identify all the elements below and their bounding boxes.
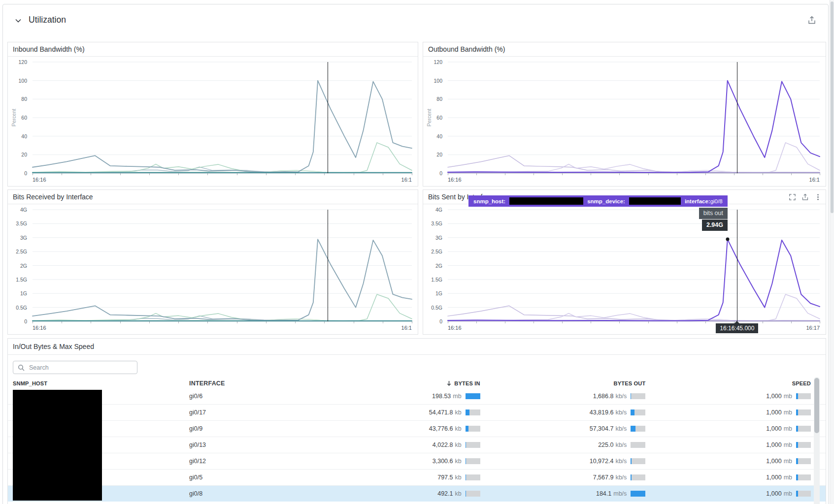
ratio-bar-fill: [796, 458, 798, 464]
ratio-bar-fill: [796, 491, 798, 497]
search-input[interactable]: [28, 364, 133, 372]
table-row[interactable]: gi0/6198.53mb1,686.8kb/s1,000mb: [8, 388, 826, 404]
kebab-menu-icon[interactable]: [814, 193, 822, 201]
ratio-bar: [466, 410, 480, 415]
x-tick: [120, 173, 121, 175]
ratio-bar: [796, 442, 811, 448]
table-row[interactable]: gi0/134,022.8kb225.0kb/s1,000mb: [8, 437, 826, 453]
line-series: [33, 81, 412, 172]
ratio-bar: [466, 393, 480, 399]
column-header-snmp-host[interactable]: SNMP_HOST: [13, 380, 189, 386]
cell-value: 10,972.4: [590, 458, 614, 465]
table-row[interactable]: gi0/943,776.6kb57,304.7kb/s1,000mb: [8, 420, 826, 437]
redaction-overlay: [509, 197, 583, 205]
y-tick-label: 120: [434, 59, 442, 65]
value-cell: 184.1mb/s: [480, 490, 646, 497]
chart-title: Inbound Bandwidth (%): [8, 42, 418, 57]
y-tick-label: 2.5G: [16, 249, 27, 254]
cell-value: 54,471.8: [429, 409, 453, 416]
chart-plot[interactable]: [33, 210, 412, 321]
cell-value: 7,567.9: [593, 474, 614, 481]
x-tick: [677, 173, 677, 175]
ratio-bar: [466, 491, 480, 497]
table-row[interactable]: gi0/5797.5kb7,567.9kb/s1,000mb: [8, 469, 826, 485]
value-cell: 57,304.7kb/s: [480, 425, 646, 432]
sort-desc-icon[interactable]: [446, 380, 452, 387]
cell-value: 1,000: [766, 458, 781, 465]
x-tick: [648, 173, 649, 175]
y-axis-labels: 120100806040200: [8, 62, 30, 173]
table-row[interactable]: gi0/8492.1kb184.1mb/s1,000mb: [8, 485, 826, 502]
column-header-speed[interactable]: SPEED: [645, 380, 811, 386]
chart-plot[interactable]: 16:16:45.000: [448, 210, 820, 321]
chart-plot[interactable]: [33, 62, 412, 173]
y-tick-label: 60: [436, 115, 442, 121]
value-cell: 492.1kb: [315, 490, 480, 497]
cell-value: 1,000: [766, 409, 781, 416]
cell-value: 198.53: [432, 393, 451, 400]
x-tick: [178, 321, 179, 323]
line-series: [448, 143, 820, 173]
column-header-interface[interactable]: INTERFACE: [189, 380, 315, 387]
cell-unit: mb: [784, 425, 792, 432]
y-tick-label: 2G: [20, 263, 27, 269]
page-scrollbar: [830, 0, 834, 504]
table-row[interactable]: gi0/1754,471.8kb43,819.6kb/s1,000mb: [8, 404, 826, 420]
cell-value: 1,000: [766, 474, 781, 481]
column-header-label: BYTES IN: [454, 380, 480, 386]
page-scrollbar-thumb[interactable]: [831, 1, 834, 213]
export-icon[interactable]: [801, 193, 809, 201]
tooltip-field-label: snmp_device:: [587, 198, 625, 204]
y-tick-label: 0: [439, 318, 442, 324]
section-title: Utilization: [29, 15, 66, 25]
value-cell: 10,972.4kb/s: [480, 458, 646, 465]
x-tick: [562, 173, 563, 175]
table-scrollbar-thumb[interactable]: [814, 378, 819, 433]
ratio-bar-fill: [466, 393, 480, 399]
x-tick: [91, 173, 91, 175]
cell-unit: mb: [784, 490, 792, 497]
value-cell: 54,471.8kb: [315, 409, 480, 416]
cell-unit: kb/s: [615, 474, 627, 481]
y-tick-label: 3.5G: [16, 220, 27, 226]
y-tick-label: 1G: [20, 290, 27, 296]
chart-plot[interactable]: [448, 62, 820, 173]
column-header-bytes-in[interactable]: BYTES IN: [315, 380, 480, 387]
y-tick-label: 80: [436, 96, 442, 102]
ratio-bar-fill: [631, 458, 632, 464]
chevron-down-icon[interactable]: [14, 16, 23, 25]
x-tick: [237, 173, 237, 175]
y-axis-labels: 4G3.5G3G2.5G2G1.5G1G0.5G0: [423, 210, 445, 321]
y-tick-label: 3.5G: [431, 220, 442, 226]
x-tick: [763, 321, 763, 323]
cell-value: 797.5: [437, 474, 453, 481]
ratio-bar-fill: [796, 393, 798, 399]
x-tick: [791, 173, 792, 175]
y-axis-labels: 120100806040200: [423, 62, 445, 173]
chart-canvas: [33, 210, 412, 321]
y-tick-label: 3G: [435, 235, 442, 241]
ratio-bar: [466, 474, 480, 480]
x-axis-label-end: 16:1: [809, 177, 820, 183]
ratio-bar: [796, 426, 811, 432]
y-tick-label: 4G: [435, 207, 442, 213]
ratio-bar: [466, 458, 480, 464]
ratio-bar-fill: [466, 426, 469, 432]
x-tick: [120, 321, 121, 323]
x-tick: [383, 173, 383, 175]
x-tick: [448, 321, 448, 323]
table-row[interactable]: gi0/123,300.6kb10,972.4kb/s1,000mb: [8, 453, 826, 469]
cell-unit: mb: [784, 409, 792, 416]
cursor-line: [328, 210, 328, 321]
cursor-line: [328, 62, 328, 173]
column-header-bytes-out[interactable]: BYTES OUT: [480, 380, 646, 386]
export-icon[interactable]: [807, 16, 816, 25]
expand-icon[interactable]: [789, 193, 796, 201]
x-tick: [619, 173, 620, 175]
cell-value: 225.0: [598, 441, 613, 448]
ratio-bar-fill: [466, 410, 469, 415]
y-tick-label: 60: [21, 115, 27, 121]
ratio-bar: [466, 426, 480, 432]
value-cell: 1,000mb: [645, 490, 811, 497]
cell-unit: kb/s: [615, 425, 627, 432]
